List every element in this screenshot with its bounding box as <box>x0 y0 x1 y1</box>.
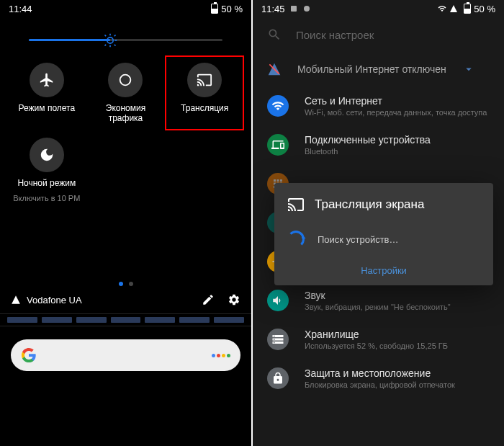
svg-line-8 <box>114 35 116 36</box>
signal-off-icon <box>267 62 282 76</box>
dialog-searching-text: Поиск устройств… <box>318 234 399 245</box>
settings-search[interactable]: Поиск настроек <box>253 17 504 52</box>
item-subtitle: Звук, вибрация, режим "Не беспокоить" <box>305 303 490 311</box>
dialog-settings-link[interactable]: Настройки <box>361 265 407 276</box>
battery-icon <box>211 4 218 14</box>
svg-line-7 <box>104 44 106 45</box>
wifi-icon <box>437 4 447 13</box>
battery-percent: 50 % <box>221 4 243 14</box>
page-dot <box>129 282 133 286</box>
tile-data-saver[interactable]: Экономия трафика <box>86 55 166 130</box>
battery-icon <box>464 4 471 14</box>
settings-item-sound[interactable]: Звук Звук, вибрация, режим "Не беспокоит… <box>253 281 504 320</box>
item-title: Звук <box>305 290 490 301</box>
settings-item-storage[interactable]: Хранилище Используется 52 %, свободно 15… <box>253 320 504 359</box>
status-bar: 11:45 50 % <box>253 0 504 17</box>
cast-icon <box>187 63 222 97</box>
brightness-thumb-icon[interactable] <box>103 33 117 48</box>
search-icon <box>267 27 282 42</box>
svg-line-6 <box>114 44 116 45</box>
tile-cast[interactable]: Трансляция <box>165 55 244 130</box>
item-title: Сеть и Интернет <box>305 95 490 107</box>
dialog-title: Трансляция экрана <box>315 197 424 212</box>
tile-label: Трансляция <box>181 103 228 113</box>
item-subtitle: Блокировка экрана, цифровой отпечаток <box>305 380 490 389</box>
search-placeholder: Поиск настроек <box>296 29 374 41</box>
wifi-icon <box>267 95 289 117</box>
item-title: Хранилище <box>305 329 490 340</box>
tile-night-mode[interactable]: Ночной режим Включить в 10 PM <box>7 130 86 210</box>
cast-icon <box>287 196 305 213</box>
item-subtitle: Bluetooth <box>305 147 490 156</box>
signal-icon <box>449 4 458 13</box>
night-mode-icon <box>30 138 64 172</box>
svg-point-0 <box>107 37 113 43</box>
airplane-icon <box>30 63 64 97</box>
google-search-bar[interactable] <box>11 339 240 371</box>
carrier-name: Vodafone UA <box>27 295 82 305</box>
signal-icon <box>11 295 21 305</box>
tile-sublabel: Включить в 10 PM <box>13 194 80 202</box>
carrier-row: Vodafone UA <box>0 286 251 313</box>
google-icon <box>21 347 37 363</box>
status-bar: 11:44 50 % <box>0 0 251 17</box>
item-subtitle: Wi-Fi, моб. сети, передача данных, точка… <box>305 108 490 117</box>
data-saver-icon <box>108 63 143 97</box>
svg-rect-10 <box>291 6 297 12</box>
item-subtitle: Используется 52 %, свободно 15,25 ГБ <box>305 342 490 350</box>
tile-airplane[interactable]: Режим полета <box>7 55 86 130</box>
edit-icon[interactable] <box>202 293 215 306</box>
svg-point-9 <box>120 75 131 86</box>
quick-settings-tiles: Режим полета Экономия трафика Трансляция… <box>0 55 251 210</box>
svg-point-11 <box>304 6 310 12</box>
item-title: Защита и местоположение <box>305 367 490 379</box>
item-title: Подключенные устройства <box>305 134 490 146</box>
banner-text: Мобильный Интернет отключен <box>297 63 446 75</box>
settings-item-connected-devices[interactable]: Подключенные устройства Bluetooth <box>253 125 504 164</box>
tile-label: Ночной режим <box>17 178 76 188</box>
assistant-icon[interactable] <box>212 354 230 357</box>
status-time: 11:45 <box>261 4 285 14</box>
devices-icon <box>267 134 289 156</box>
notification-icon <box>289 4 298 13</box>
gear-icon[interactable] <box>228 293 240 306</box>
svg-line-5 <box>104 35 106 36</box>
tile-label: Экономия трафика <box>90 103 162 123</box>
quick-settings-screen: 11:44 50 % Режим полета Экономия трафика <box>0 0 251 446</box>
sound-icon <box>267 290 289 311</box>
thumbnail-row <box>0 313 251 326</box>
chevron-down-icon <box>462 63 475 76</box>
brightness-slider[interactable] <box>0 17 251 55</box>
settings-item-network[interactable]: Сеть и Интернет Wi-Fi, моб. сети, переда… <box>253 86 504 125</box>
settings-screen: 11:45 50 % Поиск настроек Мобильный Инте… <box>253 0 504 446</box>
storage-icon <box>267 329 289 350</box>
notification-icon <box>302 4 311 13</box>
status-time: 11:44 <box>9 4 32 14</box>
security-icon <box>267 367 289 389</box>
mobile-internet-banner[interactable]: Мобильный Интернет отключен <box>253 52 504 86</box>
loading-spinner-icon <box>287 231 305 248</box>
battery-percent: 50 % <box>474 4 495 14</box>
page-dot <box>119 282 123 286</box>
cast-dialog: Трансляция экрана Поиск устройств… Настр… <box>274 183 493 285</box>
tile-label: Режим полета <box>19 103 76 113</box>
settings-item-security[interactable]: Защита и местоположение Блокировка экран… <box>253 359 504 398</box>
